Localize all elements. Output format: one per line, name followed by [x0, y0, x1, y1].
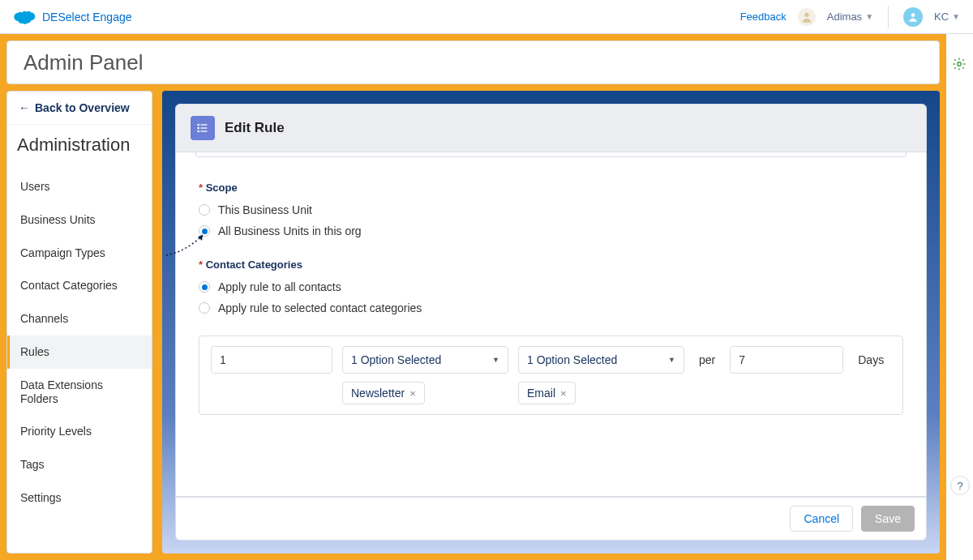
cc-option-all[interactable]: Apply rule to all contacts: [199, 280, 903, 293]
sidebar-item-campaign-types[interactable]: Campaign Types: [7, 237, 152, 270]
salesforce-cloud-icon: [13, 9, 36, 25]
feedback-avatar-icon: [798, 8, 816, 26]
sidebar-item-settings[interactable]: Settings: [7, 481, 152, 515]
sidebar-item-business-units[interactable]: Business Units: [7, 203, 152, 237]
main-panel: Edit Rule * Scope This Business Unit All…: [162, 91, 940, 554]
card-footer: Cancel Save: [175, 497, 927, 541]
cc-radio-group: Apply rule to all contacts Apply rule to…: [199, 280, 903, 314]
app-name[interactable]: DESelect Engage: [42, 11, 132, 24]
nav-list: Users Business Units Campaign Types Cont…: [7, 170, 152, 515]
sidebar-item-tags[interactable]: Tags: [7, 448, 152, 481]
previous-field-stub: [195, 152, 907, 157]
back-label: Back to Overview: [35, 101, 130, 114]
svg-point-6: [198, 127, 199, 128]
sidebar-item-channels[interactable]: Channels: [7, 302, 152, 336]
save-button[interactable]: Save: [861, 506, 915, 532]
radio-label: Apply rule to selected contact categorie…: [218, 301, 422, 314]
scope-option-all-bu[interactable]: All Business Units in this org: [199, 224, 903, 237]
scope-label: * Scope: [199, 182, 903, 194]
back-to-overview[interactable]: ← Back to Overview: [7, 92, 152, 125]
sidebar: ← Back to Overview Administration Users …: [6, 91, 152, 554]
sidebar-item-users[interactable]: Users: [7, 170, 152, 203]
divider: [888, 6, 889, 28]
scope-radio-group: This Business Unit All Business Units in…: [199, 203, 903, 237]
caret-down-icon: ▼: [492, 356, 499, 364]
content-wrap: Admin Panel ← Back to Overview Administr…: [0, 34, 946, 560]
help-label: ?: [957, 480, 962, 492]
radio-checked-icon: [199, 281, 210, 293]
radio-label: Apply rule to all contacts: [218, 280, 341, 293]
chip-label: Newsletter: [351, 387, 405, 400]
app-header: DESelect Engage Feedback Adimas ▼ KC ▼: [0, 0, 973, 34]
chip-remove-icon[interactable]: ×: [560, 387, 567, 400]
kc-menu[interactable]: KC ▼: [934, 11, 960, 23]
days-label: Days: [853, 353, 884, 366]
radio-icon: [199, 204, 210, 216]
chip-newsletter[interactable]: Newsletter ×: [342, 382, 425, 404]
svg-point-5: [198, 124, 199, 125]
sidebar-section-title: Administration: [7, 125, 152, 170]
right-rail: [952, 57, 967, 71]
contact-categories-label: * Contact Categories: [199, 259, 903, 271]
cancel-button[interactable]: Cancel: [790, 506, 853, 532]
card-header: Edit Rule: [175, 104, 927, 152]
per-label: per: [694, 353, 720, 366]
list-icon: [191, 116, 215, 140]
card-body: * Scope This Business Unit All Business …: [175, 152, 927, 497]
cc-label-text: Contact Categories: [206, 259, 302, 271]
rule-definition-box: 1 Option Selected ▼ 1 Option Selected ▼ …: [199, 336, 903, 415]
dropdown-value: 1 Option Selected: [351, 353, 441, 366]
dropdown-value: 1 Option Selected: [527, 353, 617, 366]
svg-point-0: [804, 12, 808, 16]
radio-label: All Business Units in this org: [218, 224, 362, 237]
svg-point-7: [198, 130, 199, 131]
help-button[interactable]: ?: [950, 476, 970, 495]
user-menu[interactable]: Adimas ▼: [827, 11, 873, 23]
card-title: Edit Rule: [225, 120, 285, 136]
sidebar-item-contact-categories[interactable]: Contact Categories: [7, 269, 152, 302]
rule-period-input[interactable]: [730, 346, 843, 374]
chip-remove-icon[interactable]: ×: [409, 387, 416, 400]
radio-icon: [199, 302, 210, 314]
caret-down-icon: ▼: [952, 12, 960, 21]
sidebar-item-rules[interactable]: Rules: [7, 336, 152, 369]
svg-point-1: [911, 13, 915, 17]
sidebar-item-data-extensions-folders[interactable]: Data Extensions Folders: [7, 369, 152, 416]
panel-title-bar: Admin Panel: [6, 41, 940, 84]
caret-down-icon: ▼: [865, 12, 873, 21]
radio-label: This Business Unit: [218, 203, 312, 216]
arrow-left-icon: ←: [19, 101, 30, 114]
panel-title: Admin Panel: [24, 50, 143, 75]
svg-point-8: [958, 62, 962, 66]
feedback-link[interactable]: Feedback: [740, 11, 787, 23]
scope-option-this-bu[interactable]: This Business Unit: [199, 203, 903, 216]
user-name: Adimas: [827, 11, 862, 23]
campaign-type-dropdown[interactable]: 1 Option Selected ▼: [342, 346, 508, 374]
sidebar-item-priority-levels[interactable]: Priority Levels: [7, 415, 152, 448]
user-avatar-icon[interactable]: [903, 7, 923, 27]
cc-option-selected[interactable]: Apply rule to selected contact categorie…: [199, 301, 903, 314]
scope-label-text: Scope: [206, 182, 238, 194]
rule-count-input[interactable]: [211, 346, 332, 374]
channel-dropdown[interactable]: 1 Option Selected ▼: [518, 346, 684, 374]
chip-email[interactable]: Email ×: [518, 382, 576, 404]
kc-label: KC: [934, 11, 949, 23]
chip-label: Email: [527, 387, 555, 400]
gear-icon[interactable]: [952, 57, 967, 71]
caret-down-icon: ▼: [668, 356, 675, 364]
radio-checked-icon: [199, 225, 210, 237]
